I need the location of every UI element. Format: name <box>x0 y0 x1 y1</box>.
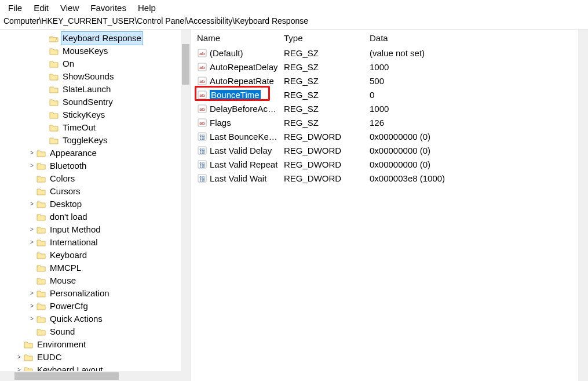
tree-item-label: Colors <box>49 172 76 185</box>
tree-item[interactable]: ToggleKeys <box>0 134 191 147</box>
menu-help[interactable]: Help <box>133 2 160 14</box>
chevron-right-icon[interactable]: > <box>28 198 36 211</box>
menu-file[interactable]: File <box>3 2 27 14</box>
column-header-name[interactable]: Name <box>191 30 278 46</box>
chevron-right-icon[interactable]: > <box>15 364 23 371</box>
value-row[interactable]: Last BounceKey ...REG_DWORD0x00000000 (0… <box>191 129 588 143</box>
registry-tree: Keyboard ResponseMouseKeysOnShowSoundsSl… <box>0 30 191 371</box>
tree-item[interactable]: >International <box>0 236 191 249</box>
tree-item-label: International <box>49 236 99 249</box>
tree-item[interactable]: >EUDC <box>0 351 191 364</box>
address-bar[interactable]: Computer\HKEY_CURRENT_USER\Control Panel… <box>0 15 588 29</box>
folder-icon <box>36 289 46 298</box>
tree-vertical-scrollbar[interactable] <box>181 30 191 371</box>
menu-favorites[interactable]: Favorites <box>86 2 131 14</box>
chevron-right-icon[interactable]: > <box>28 159 36 172</box>
value-name: AutoRepeatDelay <box>210 62 278 72</box>
scrollbar-thumb[interactable] <box>182 44 189 85</box>
value-type: REG_SZ <box>278 118 364 128</box>
tree-item[interactable]: Environment <box>0 338 191 351</box>
value-name-cell: Flags <box>191 117 278 128</box>
value-type: REG_SZ <box>278 104 364 114</box>
tree-item-label: Cursors <box>49 185 82 198</box>
tree-scroll: Keyboard ResponseMouseKeysOnShowSoundsSl… <box>0 30 191 371</box>
value-data: 1000 <box>364 62 572 72</box>
tree-item[interactable]: Sound <box>0 325 191 338</box>
tree-item[interactable]: SlateLaunch <box>0 83 191 96</box>
value-row[interactable]: (Default)REG_SZ(value not set) <box>191 46 588 60</box>
tree-item[interactable]: don't load <box>0 211 191 223</box>
tree-item-label: Quick Actions <box>49 313 104 325</box>
tree-item[interactable]: StickyKeys <box>0 108 191 121</box>
tree-item-label: PowerCfg <box>49 300 89 313</box>
tree-item-label: ShowSounds <box>61 70 115 83</box>
value-data: 0 <box>364 90 572 100</box>
menu-edit[interactable]: Edit <box>29 2 53 14</box>
tree-item[interactable]: ShowSounds <box>0 70 191 83</box>
tree-item[interactable]: >Desktop <box>0 198 191 211</box>
value-name-cell: Last Valid Delay <box>191 145 278 155</box>
value-data: (value not set) <box>364 48 572 58</box>
tree-item[interactable]: >PowerCfg <box>0 300 191 313</box>
tree-item[interactable]: Mouse <box>0 274 191 287</box>
tree-item[interactable]: >Bluetooth <box>0 159 191 172</box>
tree-item[interactable]: MouseKeys <box>0 45 191 57</box>
value-row[interactable]: Last Valid RepeatREG_DWORD0x00000000 (0) <box>191 157 588 171</box>
tree-item[interactable]: MMCPL <box>0 262 191 274</box>
values-vertical-scrollbar[interactable] <box>578 30 588 381</box>
folder-icon <box>23 365 34 371</box>
folder-icon <box>36 187 46 196</box>
value-row[interactable]: Last Valid WaitREG_DWORD0x000003e8 (1000… <box>191 171 588 185</box>
tree-item-label: Appearance <box>49 147 98 159</box>
chevron-right-icon[interactable]: > <box>28 300 36 313</box>
string-value-icon <box>197 117 207 128</box>
tree-item[interactable]: Keyboard Response <box>0 32 191 45</box>
value-data: 500 <box>364 76 572 86</box>
tree-item[interactable]: Cursors <box>0 185 191 198</box>
tree-item[interactable]: SoundSentry <box>0 96 191 108</box>
binary-value-icon <box>197 173 207 183</box>
tree-item[interactable]: >Input Method <box>0 223 191 236</box>
folder-icon <box>49 110 59 119</box>
tree-item[interactable]: >Appearance <box>0 147 191 159</box>
values-header: Name Type Data <box>191 30 588 46</box>
scrollbar-thumb[interactable] <box>14 372 119 380</box>
value-row[interactable]: DelayBeforeAcc...REG_SZ1000 <box>191 101 588 115</box>
value-row[interactable]: BounceTimeREG_SZ0 <box>191 88 588 101</box>
folder-icon <box>36 199 46 209</box>
value-row[interactable]: AutoRepeatRateREG_SZ500 <box>191 74 588 88</box>
value-row[interactable]: FlagsREG_SZ126 <box>191 115 588 129</box>
folder-icon <box>36 225 46 234</box>
value-row[interactable]: AutoRepeatDelayREG_SZ1000 <box>191 60 588 74</box>
chevron-right-icon[interactable]: > <box>28 147 36 159</box>
tree-item-label: TimeOut <box>61 121 97 134</box>
value-row[interactable]: Last Valid DelayREG_DWORD0x00000000 (0) <box>191 143 588 157</box>
chevron-right-icon[interactable]: > <box>28 313 36 325</box>
chevron-right-icon[interactable]: > <box>28 223 36 236</box>
tree-item[interactable]: Colors <box>0 172 191 185</box>
binary-value-icon <box>197 131 207 141</box>
folder-icon <box>36 212 46 222</box>
value-type: REG_DWORD <box>278 159 364 169</box>
chevron-right-icon[interactable]: > <box>28 236 36 249</box>
value-name-cell: BounceTime <box>191 89 278 100</box>
value-name-cell: Last BounceKey ... <box>191 131 278 141</box>
tree-item[interactable]: On <box>0 57 191 70</box>
tree-item[interactable]: Keyboard <box>0 249 191 262</box>
value-name: Last Valid Repeat <box>210 159 277 169</box>
tree-item[interactable]: TimeOut <box>0 121 191 134</box>
chevron-right-icon[interactable]: > <box>15 351 23 364</box>
tree-item[interactable]: >Keyboard Layout <box>0 364 191 371</box>
menu-view[interactable]: View <box>56 2 83 14</box>
tree-horizontal-scrollbar[interactable] <box>0 371 191 381</box>
folder-icon <box>36 276 46 285</box>
tree-item[interactable]: >Quick Actions <box>0 313 191 325</box>
tree-item-label: Bluetooth <box>49 159 87 172</box>
value-name: Flags <box>210 118 231 128</box>
tree-item[interactable]: >Personalization <box>0 287 191 300</box>
tree-item-label: Input Method <box>49 223 102 236</box>
column-header-type[interactable]: Type <box>278 30 364 46</box>
column-header-data[interactable]: Data <box>364 30 572 46</box>
string-value-icon <box>197 48 207 58</box>
chevron-right-icon[interactable]: > <box>28 287 36 300</box>
